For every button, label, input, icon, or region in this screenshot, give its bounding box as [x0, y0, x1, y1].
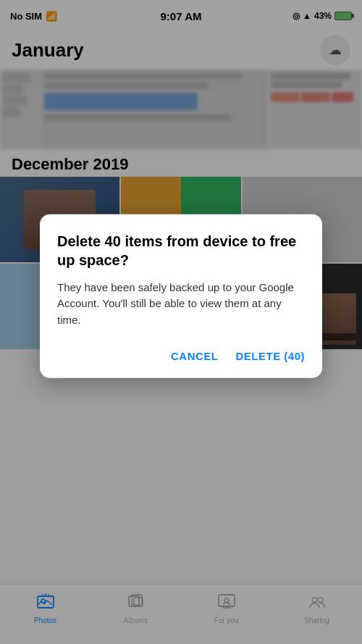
cancel-button[interactable]: CANCEL: [171, 346, 219, 367]
delete-dialog: Delete 40 items from device to free up s…: [40, 214, 322, 379]
dialog-title: Delete 40 items from device to free up s…: [57, 232, 305, 269]
dialog-actions: CANCEL DELETE (40): [57, 346, 305, 367]
dialog-message: They have been safely backed up to your …: [57, 280, 305, 329]
delete-button[interactable]: DELETE (40): [235, 346, 305, 367]
